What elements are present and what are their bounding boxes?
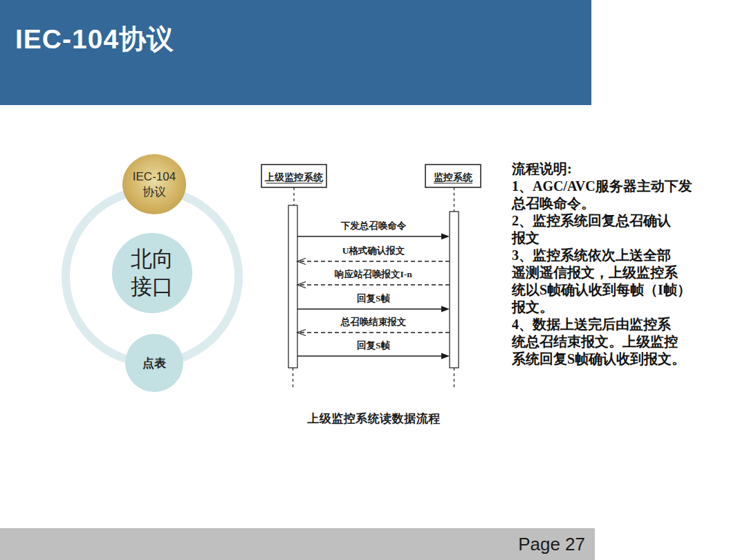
footer-bar: Page 27 xyxy=(0,528,595,560)
activation-bar-left xyxy=(288,205,297,368)
notes-line: 统总召结束报文。上级监控 xyxy=(512,333,692,351)
notes-line: 报文 xyxy=(512,230,692,247)
message-arrow-2: U格式确认报文 xyxy=(297,245,450,265)
notes-line: 流程说明: xyxy=(512,160,692,178)
message-arrow-4: 回复S帧 xyxy=(297,293,450,312)
notes-line: 1、AGC/AVC服务器主动下发 xyxy=(512,178,692,195)
venn-circle-protocol: IEC-104 协议 xyxy=(122,154,186,214)
actor-label-left: 上级监控系统 xyxy=(264,171,324,183)
message-arrow-3: 响应站召唤报文I-n xyxy=(297,269,450,288)
venn-circle-northbound-interface: 北向 接口 xyxy=(112,233,192,313)
activation-bar-right xyxy=(450,212,459,368)
slide: IEC-104协议 IEC-104 协议 北向 接口 点表 上级监控系统 监控系… xyxy=(0,0,747,560)
venn-circle-protocol-line1: IEC-104 xyxy=(133,169,176,184)
actor-box-left: 上级监控系统 xyxy=(261,165,326,187)
notes-line: 遥测遥信报文，上级监控系 xyxy=(512,264,692,281)
notes-line: 统以S帧确认收到每帧（I帧） xyxy=(512,281,692,299)
message-arrow-6: 回复S帧 xyxy=(297,340,450,360)
message-label-4: 回复S帧 xyxy=(357,293,391,304)
sequence-diagram-caption: 上级监控系统读数据流程 xyxy=(258,411,490,427)
notes-line: 3、监控系统依次上送全部 xyxy=(512,247,692,264)
sequence-diagram: 上级监控系统 监控系统 下发总召唤命令 U格式确认报文 xyxy=(258,159,490,425)
notes-line: 系统回复S帧确认收到报文。 xyxy=(512,351,692,368)
process-notes: 流程说明: 1、AGC/AVC服务器主动下发 总召唤命令。 2、监控系统回复总召… xyxy=(512,160,692,368)
slide-title: IEC-104协议 xyxy=(0,0,591,58)
header-bar: IEC-104协议 xyxy=(0,0,591,105)
notes-line: 2、监控系统回复总召确认 xyxy=(512,212,692,230)
message-label-1: 下发总召唤命令 xyxy=(341,221,407,231)
page-number: Page 27 xyxy=(0,528,595,560)
message-label-5: 总召唤结束报文 xyxy=(340,317,407,327)
actor-label-right: 监控系统 xyxy=(434,171,473,183)
venn-bottom-label: 点表 xyxy=(142,355,166,371)
message-arrow-1: 下发总召唤命令 xyxy=(297,221,450,240)
message-label-3: 响应站召唤报文I-n xyxy=(335,269,412,279)
message-arrow-5: 总召唤结束报文 xyxy=(297,317,450,336)
actor-box-right: 监控系统 xyxy=(425,165,481,187)
notes-line: 4、数据上送完后由监控系 xyxy=(512,316,692,333)
notes-line: 报文。 xyxy=(512,299,692,316)
venn-center-line1: 北向 xyxy=(131,245,174,273)
message-label-2: U格式确认报文 xyxy=(342,245,405,256)
venn-circle-protocol-line2: 协议 xyxy=(142,185,166,199)
venn-circle-point-table: 点表 xyxy=(125,334,183,392)
message-label-6: 回复S帧 xyxy=(357,340,391,351)
venn-center-line2: 接口 xyxy=(131,273,174,301)
notes-line: 总召唤命令。 xyxy=(512,195,692,212)
